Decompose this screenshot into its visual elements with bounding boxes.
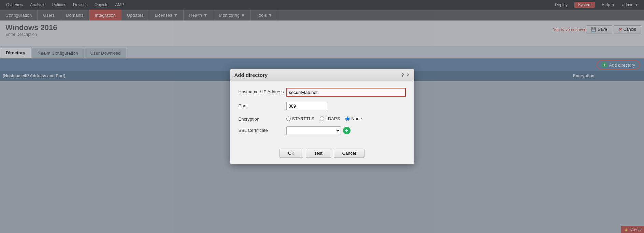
radio-ldaps-label: LDAPS [326,116,340,121]
encryption-control: STARTTLS LDAPS None [286,115,406,121]
encryption-row: Encryption STARTTLS LDAPS No [239,115,406,122]
port-label: Port [239,102,286,108]
modal-title: Add directory [234,72,401,78]
test-button[interactable]: Test [306,149,331,158]
hostname-input[interactable] [286,88,406,97]
radio-ldaps-input[interactable] [320,116,324,121]
radio-none-input[interactable] [345,116,350,121]
modal-overlay: Add directory ? × Hostname / IP Address … [0,0,644,233]
radio-none-label: None [351,116,362,121]
port-input[interactable] [286,102,327,110]
radio-starttls-label: STARTTLS [292,116,314,121]
ssl-add-button[interactable]: + [343,127,350,134]
cancel-modal-button[interactable]: Cancel [334,149,364,158]
modal-close-button[interactable]: × [406,72,410,78]
modal-body: Hostname / IP Address Port Encryption [230,81,414,145]
ssl-certificate-select[interactable] [286,126,341,135]
hostname-label: Hostname / IP Address [239,88,286,94]
radio-none[interactable]: None [345,116,362,121]
ssl-label: SSL Certificate [239,126,286,133]
modal-title-bar: Add directory ? × [230,69,414,81]
port-row: Port [239,102,406,110]
encryption-radio-group: STARTTLS LDAPS None [286,115,406,121]
modal-footer: OK Test Cancel [230,145,414,164]
ssl-control: + [286,126,406,135]
ssl-select-row: + [286,126,406,135]
radio-ldaps[interactable]: LDAPS [320,116,340,121]
radio-starttls-input[interactable] [286,116,291,121]
hostname-row: Hostname / IP Address [239,88,406,97]
ok-button[interactable]: OK [280,149,303,158]
hostname-control [286,88,406,97]
port-control [286,102,406,110]
ssl-row: SSL Certificate + [239,126,406,135]
encryption-label: Encryption [239,115,286,122]
add-directory-modal: Add directory ? × Hostname / IP Address … [230,69,414,164]
radio-starttls[interactable]: STARTTLS [286,116,314,121]
modal-help-button[interactable]: ? [401,72,404,78]
